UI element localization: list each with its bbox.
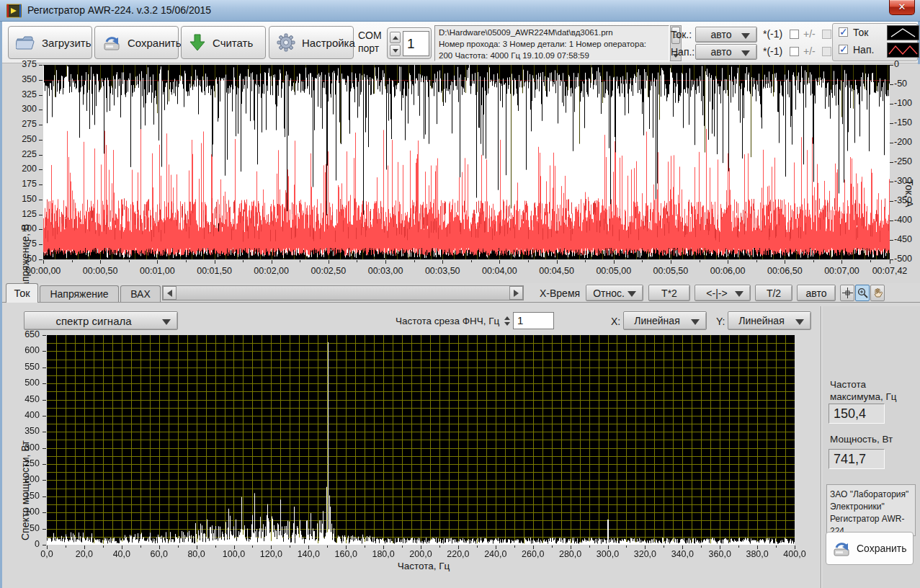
time-tick-label: 00:01,50	[189, 266, 240, 276]
power-value: 741,7	[829, 449, 885, 469]
tick-mark	[499, 260, 500, 264]
tok-visible-checkbox[interactable]	[839, 27, 848, 37]
tok-scale-dropdown[interactable]: авто	[695, 27, 757, 43]
title-bar[interactable]: Регистратор AWR-224. v.3.2 15/06/2015 ✕	[0, 0, 920, 22]
tick-mark	[608, 545, 609, 549]
time-shrink-button[interactable]: T/2	[755, 285, 792, 301]
save-button[interactable]: Сохранить	[94, 26, 179, 59]
com-port-down-button[interactable]	[390, 45, 401, 56]
tick-mark	[414, 260, 415, 262]
tick-mark	[383, 545, 384, 549]
tick-mark	[39, 229, 43, 230]
current-tick-label: -400	[894, 215, 920, 225]
current-tick-label: -100	[894, 98, 920, 108]
tab-vah[interactable]: ВАХ	[120, 285, 161, 302]
crosshair-icon	[842, 288, 853, 298]
tab-napryazhenie[interactable]: Напряжение	[40, 285, 119, 302]
shift-dropdown[interactable]: <-|->	[695, 285, 751, 301]
tick-mark	[43, 416, 46, 416]
time-tick-label: 00:02,50	[303, 266, 354, 276]
scroll-right-button[interactable]	[509, 286, 523, 300]
tick-mark	[252, 545, 253, 548]
waveform-plot-area[interactable]	[43, 65, 890, 259]
chevron-down-icon	[741, 33, 750, 39]
nap-visible-checkbox[interactable]	[839, 45, 848, 54]
voltage-tick-label: 325	[2, 89, 37, 99]
cutoff-down-button[interactable]	[504, 322, 510, 326]
power-tick-label: 350	[8, 426, 40, 436]
tick-mark	[271, 545, 272, 549]
tick-mark	[346, 545, 347, 549]
scroll-left-button[interactable]	[163, 286, 177, 300]
frequency-tick-label: 400,0	[773, 549, 816, 559]
nap-scale-dropdown[interactable]: авто	[695, 44, 757, 60]
tick-mark	[140, 545, 141, 548]
tick-mark	[43, 545, 46, 545]
tick-mark	[890, 123, 893, 124]
tick-mark	[439, 545, 440, 548]
tick-mark	[43, 335, 46, 336]
tick-mark	[357, 260, 357, 262]
spectrum-controls: спектр сигнала Частота среза ФНЧ, Гц 1 X…	[2, 308, 821, 334]
tok-plusminus-checkbox[interactable]	[822, 30, 831, 39]
frequency-axis-title: Частота, Гц	[377, 561, 470, 571]
auto-scale-button[interactable]: авто	[797, 285, 836, 301]
cutoff-input[interactable]: 1	[513, 312, 554, 329]
tok-legend-label: Ток	[853, 27, 868, 38]
time-expand-button[interactable]: T*2	[648, 285, 690, 301]
time-scrollbar[interactable]	[162, 285, 524, 300]
tick-mark	[100, 260, 101, 264]
y-scale-label: Y:	[716, 316, 725, 327]
cutoff-label: Частота среза ФНЧ, Гц	[396, 316, 499, 326]
current-tick-label: -150	[894, 117, 920, 128]
tab-tok[interactable]: Ток	[6, 283, 38, 303]
toolbar: Загрузить Сохранить Считать	[2, 22, 918, 63]
cutoff-up-button[interactable]	[504, 316, 510, 320]
signal-select-dropdown[interactable]: спектр сигнала	[24, 311, 178, 330]
tick-mark	[39, 125, 43, 125]
voltage-tick-label: 275	[2, 119, 37, 129]
nap-invert-checkbox[interactable]	[790, 47, 799, 56]
tick-mark	[890, 260, 890, 264]
y-scale-dropdown[interactable]: Линейная	[728, 311, 811, 330]
tick-mark	[890, 162, 893, 163]
tick-mark	[43, 368, 46, 368]
tick-mark	[756, 260, 757, 262]
load-button[interactable]: Загрузить	[8, 26, 92, 59]
read-button[interactable]: Считать	[181, 26, 266, 59]
cursor-tool-button[interactable]	[840, 285, 854, 301]
tick-mark	[43, 260, 44, 264]
current-tick-label: 0	[894, 59, 920, 69]
power-tick-label: 450	[8, 394, 40, 404]
tick-mark	[701, 545, 702, 548]
tick-mark	[39, 200, 43, 200]
power-tick-label: 300	[8, 442, 40, 453]
pan-tool-button[interactable]	[870, 285, 885, 301]
tick-mark	[477, 545, 478, 548]
power-tick-label: 550	[8, 362, 40, 372]
relative-mode-dropdown[interactable]: Относ.	[586, 285, 643, 301]
nap-plusminus-checkbox[interactable]	[822, 47, 831, 56]
tick-mark	[682, 545, 683, 549]
zoom-tool-button[interactable]	[855, 285, 870, 301]
tick-mark	[122, 545, 122, 549]
tick-mark	[533, 545, 534, 549]
tick-mark	[215, 260, 215, 264]
com-port-value[interactable]: 1	[403, 31, 429, 56]
close-button[interactable]: ✕	[889, 0, 915, 15]
current-tick-label: -200	[894, 137, 920, 147]
spectrum-plot-area[interactable]	[47, 335, 795, 545]
tok-invert-checkbox[interactable]	[790, 30, 799, 39]
tick-mark	[514, 545, 515, 548]
com-port-up-button[interactable]	[390, 32, 401, 43]
x-scale-dropdown[interactable]: Линейная	[623, 311, 707, 330]
file-meta-line: 200 Частота: 4000 Гц 19.10.09 07:58:59	[439, 50, 665, 61]
file-path: D:\Hardware\05009_AWR224M\dat\вд3061.prn	[439, 27, 665, 38]
tick-mark	[43, 448, 46, 449]
tick-mark	[890, 84, 893, 85]
time-tick-label: 00:00,00	[18, 266, 68, 276]
settings-button[interactable]: Настройка	[269, 26, 354, 59]
tick-mark	[642, 260, 643, 262]
tick-mark	[84, 545, 85, 549]
save-spectrum-button[interactable]: Сохранить	[826, 532, 914, 565]
